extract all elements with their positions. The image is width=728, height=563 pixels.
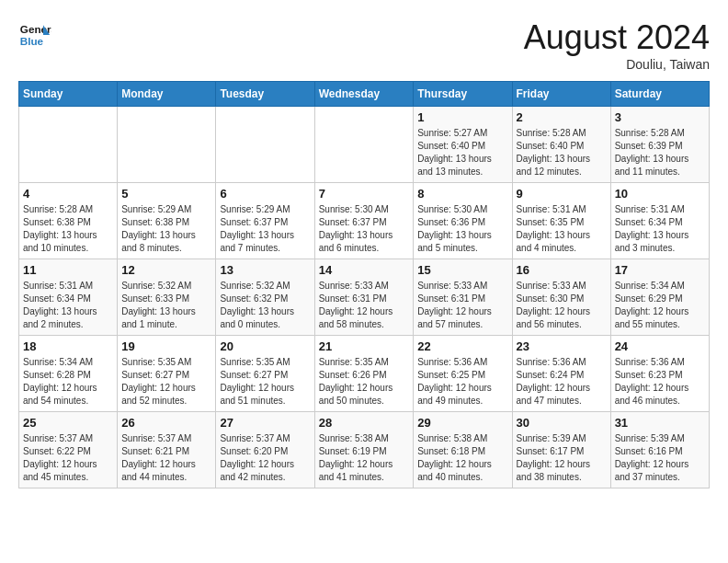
day-header-wednesday: Wednesday: [314, 82, 414, 107]
day-info: Sunrise: 5:32 AM Sunset: 6:32 PM Dayligh…: [220, 280, 310, 331]
day-number: 15: [417, 263, 507, 277]
calendar-cell: 2Sunrise: 5:28 AM Sunset: 6:40 PM Daylig…: [512, 107, 610, 183]
calendar-cell: 31Sunrise: 5:39 AM Sunset: 6:16 PM Dayli…: [610, 412, 709, 488]
page-header: General Blue August 2024 Douliu, Taiwan: [18, 18, 710, 72]
day-header-monday: Monday: [118, 82, 216, 107]
day-info: Sunrise: 5:36 AM Sunset: 6:24 PM Dayligh…: [517, 356, 607, 408]
day-number: 12: [121, 263, 211, 277]
calendar-cell: 11Sunrise: 5:31 AM Sunset: 6:34 PM Dayli…: [19, 259, 118, 336]
calendar-week-3: 11Sunrise: 5:31 AM Sunset: 6:34 PM Dayli…: [19, 259, 710, 336]
logo: General Blue: [18, 18, 51, 52]
day-info: Sunrise: 5:31 AM Sunset: 6:34 PM Dayligh…: [615, 203, 705, 255]
day-info: Sunrise: 5:36 AM Sunset: 6:25 PM Dayligh…: [417, 356, 507, 408]
calendar-cell: 20Sunrise: 5:35 AM Sunset: 6:27 PM Dayli…: [216, 336, 314, 412]
calendar-cell: 12Sunrise: 5:32 AM Sunset: 6:33 PM Dayli…: [118, 259, 216, 336]
calendar-cell: 14Sunrise: 5:33 AM Sunset: 6:31 PM Dayli…: [314, 259, 414, 336]
calendar-cell: 25Sunrise: 5:37 AM Sunset: 6:22 PM Dayli…: [19, 412, 118, 488]
day-info: Sunrise: 5:34 AM Sunset: 6:28 PM Dayligh…: [23, 356, 113, 408]
day-number: 20: [220, 339, 310, 353]
day-number: 27: [220, 416, 310, 430]
calendar-cell: 24Sunrise: 5:36 AM Sunset: 6:23 PM Dayli…: [610, 336, 709, 412]
calendar-cell: 8Sunrise: 5:30 AM Sunset: 6:36 PM Daylig…: [414, 183, 512, 259]
logo-icon: General Blue: [18, 18, 51, 52]
calendar-cell: 9Sunrise: 5:31 AM Sunset: 6:35 PM Daylig…: [512, 183, 610, 259]
calendar-cell: 23Sunrise: 5:36 AM Sunset: 6:24 PM Dayli…: [512, 336, 610, 412]
day-number: 21: [319, 339, 410, 353]
calendar-cell: 5Sunrise: 5:29 AM Sunset: 6:38 PM Daylig…: [118, 183, 216, 259]
day-info: Sunrise: 5:31 AM Sunset: 6:35 PM Dayligh…: [517, 203, 607, 255]
day-info: Sunrise: 5:39 AM Sunset: 6:17 PM Dayligh…: [517, 432, 607, 484]
calendar-cell: 19Sunrise: 5:35 AM Sunset: 6:27 PM Dayli…: [118, 336, 216, 412]
calendar-cell: 10Sunrise: 5:31 AM Sunset: 6:34 PM Dayli…: [610, 183, 709, 259]
day-number: 19: [121, 339, 211, 353]
day-number: 28: [319, 416, 410, 430]
calendar-cell: [19, 107, 118, 183]
day-number: 7: [319, 187, 410, 201]
day-number: 11: [23, 263, 113, 277]
day-number: 22: [417, 339, 507, 353]
calendar-cell: 7Sunrise: 5:30 AM Sunset: 6:37 PM Daylig…: [314, 183, 414, 259]
day-info: Sunrise: 5:30 AM Sunset: 6:37 PM Dayligh…: [319, 203, 410, 255]
day-info: Sunrise: 5:32 AM Sunset: 6:33 PM Dayligh…: [121, 280, 211, 331]
day-number: 18: [23, 339, 113, 353]
day-info: Sunrise: 5:35 AM Sunset: 6:27 PM Dayligh…: [220, 356, 310, 408]
day-number: 13: [220, 263, 310, 277]
day-number: 1: [417, 110, 507, 124]
day-info: Sunrise: 5:37 AM Sunset: 6:21 PM Dayligh…: [121, 432, 211, 484]
day-info: Sunrise: 5:30 AM Sunset: 6:36 PM Dayligh…: [417, 203, 507, 255]
day-number: 26: [121, 416, 211, 430]
day-info: Sunrise: 5:27 AM Sunset: 6:40 PM Dayligh…: [417, 127, 507, 178]
day-number: 5: [121, 187, 211, 201]
month-year: August 2024: [524, 18, 710, 57]
day-header-thursday: Thursday: [414, 82, 512, 107]
day-info: Sunrise: 5:37 AM Sunset: 6:22 PM Dayligh…: [23, 432, 113, 484]
day-number: 10: [615, 187, 705, 201]
day-info: Sunrise: 5:33 AM Sunset: 6:30 PM Dayligh…: [517, 280, 607, 331]
day-number: 2: [517, 110, 607, 124]
calendar-cell: 18Sunrise: 5:34 AM Sunset: 6:28 PM Dayli…: [19, 336, 118, 412]
calendar-cell: 13Sunrise: 5:32 AM Sunset: 6:32 PM Dayli…: [216, 259, 314, 336]
day-info: Sunrise: 5:35 AM Sunset: 6:26 PM Dayligh…: [319, 356, 410, 408]
calendar-cell: 3Sunrise: 5:28 AM Sunset: 6:39 PM Daylig…: [610, 107, 709, 183]
day-info: Sunrise: 5:28 AM Sunset: 6:40 PM Dayligh…: [517, 127, 607, 178]
title-block: August 2024 Douliu, Taiwan: [524, 18, 710, 72]
day-number: 16: [517, 263, 607, 277]
day-number: 14: [319, 263, 410, 277]
calendar-week-4: 18Sunrise: 5:34 AM Sunset: 6:28 PM Dayli…: [19, 336, 710, 412]
calendar-table: SundayMondayTuesdayWednesdayThursdayFrid…: [18, 81, 710, 488]
calendar-week-2: 4Sunrise: 5:28 AM Sunset: 6:38 PM Daylig…: [19, 183, 710, 259]
day-number: 31: [615, 416, 705, 430]
day-number: 9: [517, 187, 607, 201]
day-info: Sunrise: 5:28 AM Sunset: 6:39 PM Dayligh…: [615, 127, 705, 178]
calendar-cell: [216, 107, 314, 183]
calendar-cell: 27Sunrise: 5:37 AM Sunset: 6:20 PM Dayli…: [216, 412, 314, 488]
day-number: 8: [417, 187, 507, 201]
day-info: Sunrise: 5:33 AM Sunset: 6:31 PM Dayligh…: [417, 280, 507, 331]
day-info: Sunrise: 5:28 AM Sunset: 6:38 PM Dayligh…: [23, 203, 113, 255]
day-info: Sunrise: 5:34 AM Sunset: 6:29 PM Dayligh…: [615, 280, 705, 331]
day-header-sunday: Sunday: [19, 82, 118, 107]
day-info: Sunrise: 5:36 AM Sunset: 6:23 PM Dayligh…: [615, 356, 705, 408]
calendar-cell: 28Sunrise: 5:38 AM Sunset: 6:19 PM Dayli…: [314, 412, 414, 488]
day-info: Sunrise: 5:37 AM Sunset: 6:20 PM Dayligh…: [220, 432, 310, 484]
day-info: Sunrise: 5:38 AM Sunset: 6:18 PM Dayligh…: [417, 432, 507, 484]
calendar-header-row: SundayMondayTuesdayWednesdayThursdayFrid…: [19, 82, 710, 107]
calendar-body: 1Sunrise: 5:27 AM Sunset: 6:40 PM Daylig…: [19, 107, 710, 488]
calendar-cell: 26Sunrise: 5:37 AM Sunset: 6:21 PM Dayli…: [118, 412, 216, 488]
calendar-cell: [314, 107, 414, 183]
calendar-week-1: 1Sunrise: 5:27 AM Sunset: 6:40 PM Daylig…: [19, 107, 710, 183]
day-number: 3: [615, 110, 705, 124]
day-header-saturday: Saturday: [610, 82, 709, 107]
calendar-cell: 1Sunrise: 5:27 AM Sunset: 6:40 PM Daylig…: [414, 107, 512, 183]
day-number: 24: [615, 339, 705, 353]
day-number: 23: [517, 339, 607, 353]
day-number: 29: [417, 416, 507, 430]
calendar-cell: [118, 107, 216, 183]
calendar-cell: 22Sunrise: 5:36 AM Sunset: 6:25 PM Dayli…: [414, 336, 512, 412]
day-info: Sunrise: 5:35 AM Sunset: 6:27 PM Dayligh…: [121, 356, 211, 408]
calendar-cell: 21Sunrise: 5:35 AM Sunset: 6:26 PM Dayli…: [314, 336, 414, 412]
day-info: Sunrise: 5:29 AM Sunset: 6:38 PM Dayligh…: [121, 203, 211, 255]
svg-text:Blue: Blue: [20, 35, 44, 47]
calendar-cell: 6Sunrise: 5:29 AM Sunset: 6:37 PM Daylig…: [216, 183, 314, 259]
day-info: Sunrise: 5:38 AM Sunset: 6:19 PM Dayligh…: [319, 432, 410, 484]
